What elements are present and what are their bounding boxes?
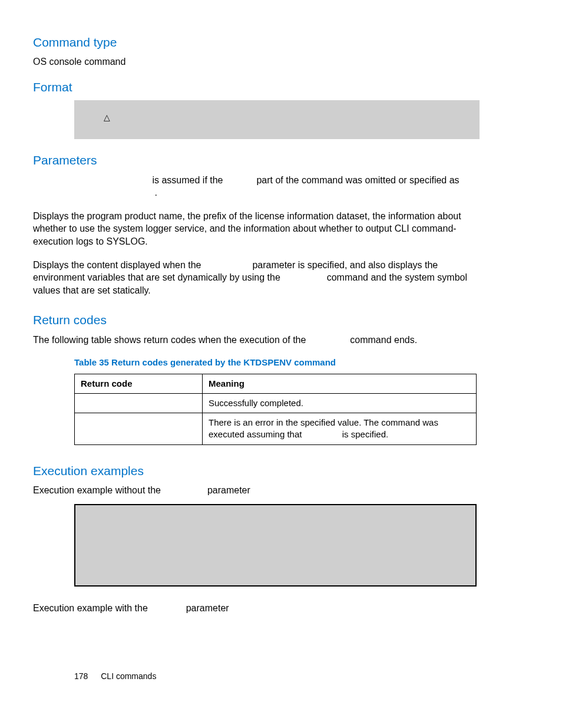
page-container: Command type OS console command Format △… <box>0 0 562 728</box>
heading-command-type: Command type <box>33 34 474 51</box>
cell-code-2 <box>75 413 203 445</box>
parameters-para-3a: Displays the content displayed when the <box>33 260 201 270</box>
table-header-row: Return code Meaning <box>75 374 477 393</box>
execution-line-2a: Execution example with the <box>33 603 148 613</box>
col-header-meaning: Meaning <box>203 374 477 393</box>
table-row: There is an error in the specified value… <box>75 413 477 445</box>
page-number: 178 <box>74 671 88 681</box>
cell-meaning-2b: is specified. <box>342 429 388 439</box>
cell-meaning-2a: There is an error in the specified value… <box>209 417 438 439</box>
heading-execution-examples: Execution examples <box>33 463 474 479</box>
parameters-line-1a: is assumed if the <box>152 175 223 185</box>
return-codes-intro-b: command ends. <box>350 335 417 345</box>
parameters-line-1: is assumed if the part of the command wa… <box>121 174 474 199</box>
cell-meaning-1: Successfully completed. <box>203 393 477 413</box>
return-codes-table: Return code Meaning Successfully complet… <box>74 374 477 445</box>
command-type-text: OS console command <box>33 55 474 68</box>
parameters-line-1c: . <box>154 187 157 197</box>
cell-meaning-2: There is an error in the specified value… <box>203 413 477 445</box>
col-header-return-code: Return code <box>75 374 203 393</box>
format-code-block: △ <box>74 100 480 139</box>
delta-symbol-icon: △ <box>104 112 110 123</box>
execution-line-2b: parameter <box>186 603 229 613</box>
return-codes-intro-a: The following table shows return codes w… <box>33 335 306 345</box>
parameters-para-3: Displays the content displayed when the … <box>33 259 474 297</box>
execution-line-1b: parameter <box>207 485 250 495</box>
return-codes-intro: The following table shows return codes w… <box>33 334 474 347</box>
execution-line-1: Execution example without the parameter <box>33 484 474 497</box>
execution-output-box-1 <box>74 504 477 587</box>
heading-format: Format <box>33 79 474 95</box>
parameters-line-1b: part of the command was omitted or speci… <box>256 175 459 185</box>
execution-line-2: Execution example with the parameter <box>33 602 474 615</box>
parameters-para-2: Displays the program product name, the p… <box>33 210 474 248</box>
page-footer: 178 CLI commands <box>74 671 156 682</box>
execution-line-1a: Execution example without the <box>33 485 161 495</box>
cell-code-1 <box>75 393 203 413</box>
heading-parameters: Parameters <box>33 152 474 169</box>
footer-section-name: CLI commands <box>101 671 156 681</box>
table-caption: Table 35 Return codes generated by the K… <box>74 357 474 368</box>
table-row: Successfully completed. <box>75 393 477 413</box>
heading-return-codes: Return codes <box>33 312 474 328</box>
